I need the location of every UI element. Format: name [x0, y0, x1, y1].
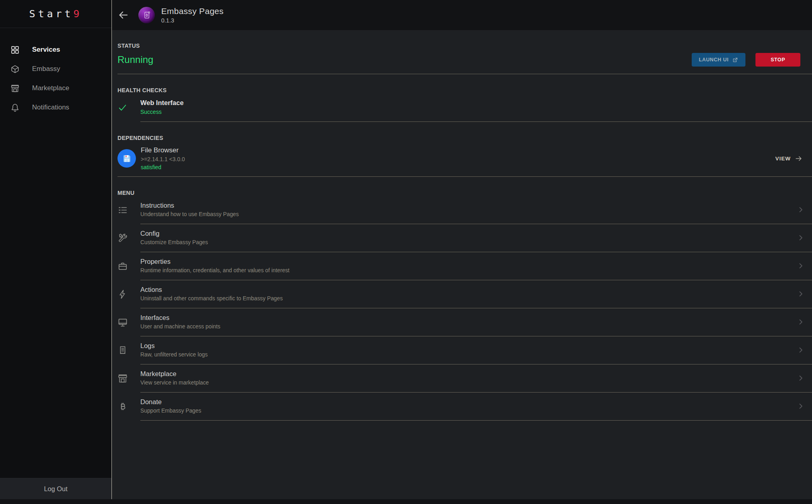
monitor-icon	[117, 317, 140, 328]
menu-item-body: Interfaces User and machine access point…	[140, 308, 812, 336]
sidebar-item-services[interactable]: Services	[0, 40, 111, 59]
menu-item-text: Interfaces User and machine access point…	[140, 314, 220, 330]
view-dependency-button[interactable]: VIEW	[775, 155, 802, 162]
bolt-icon	[117, 289, 140, 300]
menu-item-subtitle: Support Embassy Pages	[140, 408, 201, 414]
tools-icon	[117, 233, 140, 243]
app-window: Start9 Services	[0, 0, 812, 499]
app-version: 0.1.3	[161, 17, 224, 24]
menu-item-title: Marketplace	[140, 370, 209, 378]
chevron-right-icon	[797, 234, 812, 242]
receipt-icon	[117, 345, 140, 356]
menu-item-actions[interactable]: Actions Uninstall and other commands spe…	[117, 280, 812, 308]
page-title: Embassy Pages	[161, 6, 224, 16]
chevron-right-icon	[797, 318, 812, 326]
stop-button[interactable]: STOP	[755, 53, 800, 67]
sidebar-item-label: Notifications	[32, 103, 69, 111]
menu-item-subtitle: Uninstall and other commands specific to…	[140, 296, 283, 302]
sidebar-item-marketplace[interactable]: Marketplace	[0, 79, 111, 98]
dependency-status: satisfied	[141, 164, 185, 170]
sidebar-item-label: Embassy	[32, 65, 60, 73]
logo-text: Start	[29, 8, 73, 20]
menu-item-title: Config	[140, 230, 208, 237]
cube-icon	[10, 65, 20, 74]
health-check-row: Web Interface Success	[117, 93, 812, 122]
title-block: Embassy Pages 0.1.3	[161, 6, 224, 24]
sidebar-footer: Log Out	[0, 478, 111, 499]
file-browser-icon	[117, 149, 136, 168]
back-button[interactable]	[112, 6, 134, 24]
status-actions: LAUNCH UI STOP	[692, 53, 800, 67]
menu-item-subtitle: Raw, unfiltered service logs	[140, 352, 208, 358]
menu-item-subtitle: Runtime information, credentials, and ot…	[140, 267, 290, 273]
briefcase-icon	[117, 261, 140, 271]
menu-item-body: Instructions Understand how to use Embas…	[140, 196, 812, 224]
menu-item-body: Donate Support Embassy Pages	[140, 393, 812, 421]
status-heading: STATUS	[117, 43, 812, 49]
sidebar-item-notifications[interactable]: Notifications	[0, 98, 111, 117]
grid-icon	[10, 45, 20, 55]
menu-item-text: Logs Raw, unfiltered service logs	[140, 342, 208, 358]
storefront-icon	[10, 84, 20, 93]
menu-item-title: Properties	[140, 258, 290, 265]
back-arrow-icon	[118, 10, 129, 20]
menu-item-text: Properties Runtime information, credenti…	[140, 258, 290, 273]
menu-item-subtitle: Customize Embassy Pages	[140, 239, 208, 245]
menu-heading: MENU	[117, 190, 812, 196]
list-icon	[117, 205, 140, 215]
menu-item-config[interactable]: Config Customize Embassy Pages	[117, 224, 812, 252]
sidebar-item-embassy[interactable]: Embassy	[0, 59, 111, 79]
menu-item-body: Logs Raw, unfiltered service logs	[140, 336, 812, 364]
menu-item-title: Logs	[140, 342, 208, 350]
chevron-right-icon	[797, 290, 812, 298]
menu-item-marketplace[interactable]: Marketplace View service in marketplace	[117, 364, 812, 393]
health-check-body: Web Interface Success	[140, 93, 812, 122]
sidebar-item-label: Marketplace	[32, 84, 69, 92]
launch-ui-button[interactable]: LAUNCH UI	[692, 53, 745, 67]
external-link-icon	[732, 57, 738, 63]
menu-item-subtitle: User and machine access points	[140, 324, 220, 330]
logout-button[interactable]: Log Out	[0, 478, 111, 499]
view-label: VIEW	[775, 156, 791, 162]
dependency-version-range: >=2.14.1.1 <3.0.0	[141, 156, 185, 162]
main-area: Embassy Pages 0.1.3 STATUS Running LAUNC…	[112, 0, 812, 499]
menu-item-title: Actions	[140, 286, 283, 293]
bell-icon	[10, 103, 20, 112]
menu-item-title: Interfaces	[140, 314, 220, 322]
menu-item-body: Actions Uninstall and other commands spe…	[140, 280, 812, 308]
chevron-right-icon	[797, 262, 812, 270]
menu-item-donate[interactable]: Donate Support Embassy Pages	[117, 393, 812, 421]
arrow-forward-icon	[795, 155, 802, 162]
storefront-icon	[117, 373, 140, 384]
menu-item-logs[interactable]: Logs Raw, unfiltered service logs	[117, 336, 812, 364]
health-check-status-icon-col	[117, 103, 140, 113]
menu-item-title: Donate	[140, 398, 201, 406]
bitcoin-icon	[117, 402, 140, 412]
menu-item-body: Config Customize Embassy Pages	[140, 224, 812, 252]
logo-accent: 9	[73, 8, 82, 20]
chevron-right-icon	[797, 346, 812, 354]
chevron-right-icon	[797, 206, 812, 214]
launch-ui-label: LAUNCH UI	[699, 57, 729, 63]
service-detail-page: STATUS Running LAUNCH UI STOP	[112, 30, 812, 499]
sidebar: Start9 Services	[0, 0, 112, 499]
health-check-name: Web Interface	[140, 99, 812, 107]
menu-item-text: Instructions Understand how to use Embas…	[140, 202, 239, 217]
menu-item-body: Marketplace View service in marketplace	[140, 364, 812, 393]
menu-item-body: Properties Runtime information, credenti…	[140, 252, 812, 280]
menu-item-subtitle: View service in marketplace	[140, 380, 209, 386]
sidebar-item-label: Services	[32, 46, 60, 54]
menu-item-text: Actions Uninstall and other commands spe…	[140, 286, 283, 302]
window-bottom-strip	[0, 499, 812, 504]
floppy-disk-icon	[121, 153, 132, 164]
menu-item-text: Config Customize Embassy Pages	[140, 230, 208, 245]
dependencies-heading: DEPENDENCIES	[117, 135, 812, 141]
menu-item-interfaces[interactable]: Interfaces User and machine access point…	[117, 308, 812, 336]
menu-item-text: Marketplace View service in marketplace	[140, 370, 209, 386]
menu-item-properties[interactable]: Properties Runtime information, credenti…	[117, 252, 812, 280]
menu-item-instructions[interactable]: Instructions Understand how to use Embas…	[117, 196, 812, 224]
checkmark-icon	[117, 103, 128, 113]
status-row: Running LAUNCH UI STOP	[117, 49, 812, 74]
dependency-row: File Browser >=2.14.1.1 <3.0.0 satisfied…	[117, 141, 812, 177]
sidebar-nav: Services Embassy	[0, 40, 111, 117]
